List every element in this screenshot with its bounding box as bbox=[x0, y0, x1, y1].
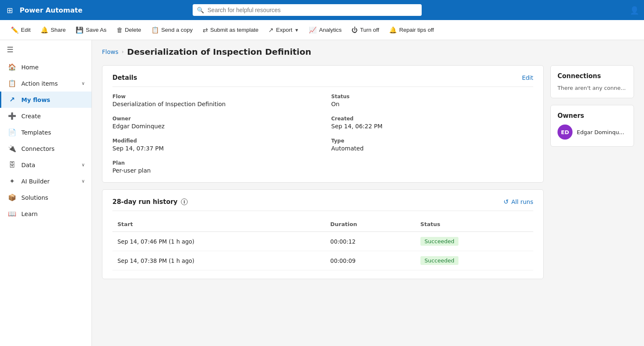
plan-value: Per-user plan bbox=[112, 167, 151, 174]
sidebar-hamburger[interactable]: ☰ bbox=[0, 40, 92, 59]
main-content: Details Edit Flow Deserialization of Ins… bbox=[102, 65, 544, 341]
submit-template-icon: ⇄ bbox=[203, 26, 208, 34]
analytics-button[interactable]: 📈 Analytics bbox=[305, 24, 346, 36]
brand-name: Power Automate bbox=[20, 6, 82, 14]
action-items-chevron-icon: ∨ bbox=[81, 81, 85, 86]
avatar: ED bbox=[557, 125, 573, 140]
top-navigation: ⊞ Power Automate 🔍 👤 bbox=[0, 0, 644, 20]
owner-name: Edgar Dominqu... bbox=[577, 129, 624, 135]
waffle-icon[interactable]: ⊞ bbox=[5, 4, 15, 16]
sidebar-item-learn[interactable]: 📖 Learn bbox=[0, 206, 92, 222]
created-group: Created Sep 14, 06:22 PM bbox=[331, 116, 534, 130]
type-value: Automated bbox=[331, 145, 364, 152]
share-button[interactable]: 🔔 Share bbox=[36, 24, 70, 36]
all-runs-link[interactable]: ↺ All runs bbox=[504, 198, 533, 206]
status-label: Status bbox=[331, 94, 534, 99]
main-layout: ☰ 🏠 Home 📋 Action items ∨ ↗ My flows ➕ C… bbox=[0, 40, 644, 346]
edit-icon: ✏️ bbox=[11, 26, 19, 34]
plan-group: Plan Per-user plan bbox=[112, 160, 315, 174]
cards-container: Details Edit Flow Deserialization of Ins… bbox=[92, 60, 644, 346]
created-label: Created bbox=[331, 116, 534, 122]
right-panel: Connections There aren't any conne... Ow… bbox=[550, 65, 634, 341]
connections-title: Connections bbox=[557, 72, 627, 80]
run-history-info-icon[interactable]: i bbox=[181, 198, 188, 205]
created-value: Sep 14, 06:22 PM bbox=[331, 123, 383, 130]
ai-builder-chevron-icon: ∨ bbox=[81, 178, 85, 184]
run-start: Sep 14, 07:38 PM (1 h ago) bbox=[112, 251, 325, 270]
ai-builder-icon: ✦ bbox=[8, 177, 16, 185]
run-history-table: Start Duration Status Sep 14, 07:46 PM (… bbox=[112, 218, 533, 270]
flow-group: Flow Deserialization of Inspection Defin… bbox=[112, 94, 315, 107]
connectors-icon: 🔌 bbox=[8, 145, 16, 153]
all-runs-label: All runs bbox=[511, 198, 533, 205]
modified-group: Modified Sep 14, 07:37 PM bbox=[112, 138, 315, 152]
run-status: Succeeded bbox=[415, 251, 533, 270]
turn-off-button[interactable]: ⏻ Turn off bbox=[347, 24, 383, 36]
sidebar-item-ai-builder[interactable]: ✦ AI Builder ∨ bbox=[0, 173, 92, 189]
delete-icon: 🗑 bbox=[117, 26, 123, 33]
run-start: Sep 14, 07:46 PM (1 h ago) bbox=[112, 232, 325, 251]
analytics-icon: 📈 bbox=[309, 26, 317, 34]
details-card: Details Edit Flow Deserialization of Ins… bbox=[102, 65, 544, 183]
owner-value: Edgar Dominquez bbox=[112, 123, 165, 130]
user-icon[interactable]: 👤 bbox=[630, 6, 639, 15]
table-row[interactable]: Sep 14, 07:38 PM (1 h ago) 00:00:09 Succ… bbox=[112, 251, 533, 270]
owner-item: ED Edgar Dominqu... bbox=[557, 125, 627, 140]
sidebar-item-solutions[interactable]: 📦 Solutions bbox=[0, 189, 92, 206]
owners-card: Owners ED Edgar Dominqu... bbox=[550, 105, 634, 147]
sidebar-item-connectors[interactable]: 🔌 Connectors bbox=[0, 140, 92, 157]
sidebar: ☰ 🏠 Home 📋 Action items ∨ ↗ My flows ➕ C… bbox=[0, 40, 92, 346]
type-label: Type bbox=[331, 138, 534, 144]
status-group: Status On bbox=[331, 94, 534, 107]
repair-tips-icon: 🔔 bbox=[389, 26, 397, 34]
export-chevron-icon: ▼ bbox=[295, 28, 299, 33]
submit-template-button[interactable]: ⇄ Submit as template bbox=[199, 24, 263, 36]
sidebar-item-create[interactable]: ➕ Create bbox=[0, 108, 92, 124]
learn-icon: 📖 bbox=[8, 210, 16, 218]
search-input[interactable] bbox=[193, 4, 422, 16]
status-badge: Succeeded bbox=[420, 237, 458, 246]
breadcrumb: Flows › Deserialization of Inspection De… bbox=[92, 40, 644, 60]
content-area: Flows › Deserialization of Inspection De… bbox=[92, 40, 644, 346]
run-duration: 00:00:09 bbox=[325, 251, 415, 270]
run-duration: 00:00:12 bbox=[325, 232, 415, 251]
export-icon: ↗ bbox=[268, 26, 274, 34]
details-card-header: Details Edit bbox=[112, 74, 533, 87]
create-icon: ➕ bbox=[8, 112, 16, 120]
type-group: Type Automated bbox=[331, 138, 534, 152]
details-card-title: Details bbox=[112, 74, 137, 81]
repair-tips-button[interactable]: 🔔 Repair tips off bbox=[385, 24, 438, 36]
turn-off-icon: ⏻ bbox=[351, 26, 358, 33]
modified-value: Sep 14, 07:37 PM bbox=[112, 145, 164, 152]
delete-button[interactable]: 🗑 Delete bbox=[112, 24, 145, 36]
sidebar-item-my-flows[interactable]: ↗ My flows bbox=[0, 92, 92, 108]
save-as-button[interactable]: 💾 Save As bbox=[71, 24, 111, 36]
owner-label: Owner bbox=[112, 116, 315, 122]
connections-card: Connections There aren't any conne... bbox=[550, 65, 634, 98]
owners-title: Owners bbox=[557, 112, 627, 120]
status-badge: Succeeded bbox=[420, 256, 458, 265]
owner-group: Owner Edgar Dominquez bbox=[112, 116, 315, 130]
col-start: Start bbox=[112, 218, 325, 232]
search-container: 🔍 bbox=[193, 4, 422, 16]
table-row[interactable]: Sep 14, 07:46 PM (1 h ago) 00:00:12 Succ… bbox=[112, 232, 533, 251]
save-as-icon: 💾 bbox=[76, 26, 84, 34]
sidebar-item-home[interactable]: 🏠 Home bbox=[0, 59, 92, 75]
sidebar-item-templates[interactable]: 📄 Templates bbox=[0, 124, 92, 140]
breadcrumb-current: Deserialization of Inspection Definition bbox=[127, 47, 311, 57]
sidebar-item-data[interactable]: 🗄 Data ∨ bbox=[0, 157, 92, 173]
send-copy-button[interactable]: 📋 Send a copy bbox=[147, 24, 197, 36]
details-edit-link[interactable]: Edit bbox=[522, 74, 533, 81]
sidebar-item-action-items[interactable]: 📋 Action items ∨ bbox=[0, 75, 92, 92]
col-status: Status bbox=[415, 218, 533, 232]
plan-label: Plan bbox=[112, 160, 315, 166]
edit-button[interactable]: ✏️ Edit bbox=[7, 24, 35, 36]
toolbar: ✏️ Edit 🔔 Share 💾 Save As 🗑 Delete 📋 Sen… bbox=[0, 20, 644, 40]
modified-label: Modified bbox=[112, 138, 315, 144]
home-icon: 🏠 bbox=[8, 63, 16, 71]
data-icon: 🗄 bbox=[8, 161, 16, 169]
breadcrumb-flows-link[interactable]: Flows bbox=[102, 48, 118, 55]
export-button[interactable]: ↗ Export ▼ bbox=[264, 24, 303, 36]
status-value: On bbox=[331, 101, 340, 107]
send-copy-icon: 📋 bbox=[151, 26, 159, 34]
